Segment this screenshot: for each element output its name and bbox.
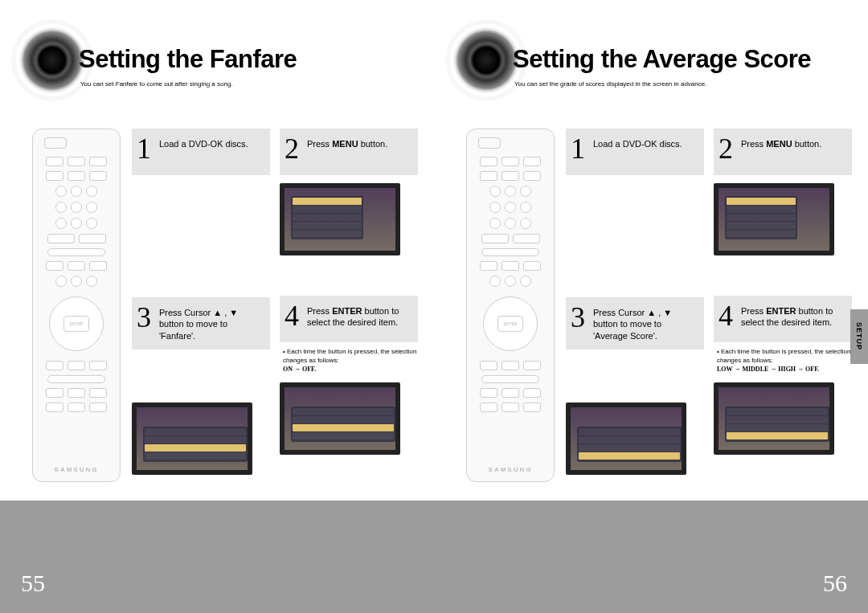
- step-text: Press Cursor ▲ , ▼ button to move to 'Fa…: [159, 304, 262, 341]
- header-right: Setting the Average Score You can set th…: [450, 24, 852, 104]
- note: • Each time the button is pressed, the s…: [280, 347, 418, 374]
- steps-right: 1 Load a DVD-OK discs. 3 Press Cursor ▲ …: [566, 129, 852, 482]
- content-left: SAMSUNG 1 Load a DVD-OK discs. 3 Press C…: [32, 129, 418, 482]
- step-1: 1 Load a DVD-OK discs.: [132, 129, 270, 175]
- step-bold: MENU: [766, 139, 792, 149]
- content-right: SAMSUNG 1 Load a DVD-OK discs. 3 Press C…: [466, 129, 852, 482]
- step-column-1: 1 Load a DVD-OK discs. 3 Press Cursor ▲ …: [566, 129, 704, 482]
- step-number: 2: [719, 135, 738, 162]
- speaker-icon: [16, 24, 88, 96]
- step-number: 4: [719, 302, 738, 329]
- step-number: 4: [285, 302, 304, 329]
- remote-brand: SAMSUNG: [467, 466, 554, 473]
- note-sequence: LOW → MIDDLE → HIGH → OFF.: [717, 366, 819, 373]
- footer-bar: 55 56: [0, 501, 868, 613]
- page-title-left: Setting the Fanfare: [79, 45, 297, 74]
- step-text: Press MENU button.: [741, 135, 821, 149]
- page-number-right: 56: [823, 570, 847, 597]
- page-number-left: 55: [21, 570, 45, 597]
- step-suffix: button.: [792, 139, 822, 149]
- step-bold: ENTER: [332, 306, 362, 316]
- step-prefix: Press: [307, 139, 332, 149]
- step-3: 3 Press Cursor ▲ , ▼ button to move to '…: [132, 297, 270, 349]
- step-text: Press MENU button.: [307, 135, 387, 149]
- page-subtitle-left: You can set Fanfare to come out after si…: [80, 80, 233, 88]
- step-number: 1: [137, 135, 156, 162]
- step-bold: ENTER: [766, 306, 796, 316]
- step-4: 4 Press ENTER button to select the desir…: [714, 296, 852, 342]
- step-prefix: Press: [741, 139, 766, 149]
- side-tab-setup: SETUP: [850, 309, 868, 364]
- step-text: Press Cursor ▲ , ▼ button to move to 'Av…: [593, 304, 696, 341]
- dpad-icon: [49, 296, 104, 351]
- step-2: 2 Press MENU button.: [280, 129, 418, 175]
- step-number: 3: [137, 304, 156, 331]
- remote-control-illustration: SAMSUNG: [466, 129, 555, 482]
- step-bold: MENU: [332, 139, 358, 149]
- remote-brand: SAMSUNG: [33, 466, 120, 473]
- step-text: Press ENTER button to select the desired…: [741, 302, 844, 329]
- header-left: Setting the Fanfare You can set Fanfare …: [16, 24, 418, 104]
- step-prefix: Press: [741, 306, 766, 316]
- step-2: 2 Press MENU button.: [714, 129, 852, 175]
- step-number: 2: [285, 135, 304, 162]
- remote-control-illustration: SAMSUNG: [32, 129, 121, 482]
- steps-left: 1 Load a DVD-OK discs. 3 Press Cursor ▲ …: [132, 129, 418, 482]
- step-prefix: Press: [307, 306, 332, 316]
- step-number: 1: [571, 135, 590, 162]
- step-3: 3 Press Cursor ▲ , ▼ button to move to '…: [566, 297, 704, 349]
- tv-screenshot: [714, 382, 834, 455]
- step-column-1: 1 Load a DVD-OK discs. 3 Press Cursor ▲ …: [132, 129, 270, 482]
- note-sequence: ON → OFF.: [283, 366, 316, 373]
- step-text: Press ENTER button to select the desired…: [307, 302, 410, 329]
- step-column-2: 2 Press MENU button. 4 Press ENTER butto…: [714, 129, 852, 482]
- speaker-icon: [450, 24, 522, 96]
- step-4: 4 Press ENTER button to select the desir…: [280, 296, 418, 342]
- remote-buttons: [41, 157, 112, 412]
- note-text: • Each time the button is pressed, the s…: [283, 348, 416, 364]
- step-number: 3: [571, 304, 590, 331]
- remote-buttons: [475, 157, 546, 412]
- tv-screenshot: [132, 403, 252, 475]
- tv-screenshot: [566, 403, 686, 475]
- note-text: • Each time the button is pressed, the s…: [717, 348, 850, 364]
- note: • Each time the button is pressed, the s…: [714, 347, 852, 374]
- step-1: 1 Load a DVD-OK discs.: [566, 129, 704, 175]
- page-subtitle-right: You can set the grade of scores displaye…: [514, 80, 706, 88]
- tv-screenshot: [280, 183, 400, 255]
- step-column-2: 2 Press MENU button. 4 Press ENTER butto…: [280, 129, 418, 482]
- step-text: Load a DVD-OK discs.: [159, 135, 248, 149]
- step-text: Load a DVD-OK discs.: [593, 135, 682, 149]
- page-title-right: Setting the Average Score: [513, 45, 811, 74]
- step-suffix: button.: [358, 139, 388, 149]
- tv-screenshot: [280, 382, 400, 455]
- dpad-icon: [483, 296, 538, 351]
- tv-screenshot: [714, 183, 834, 255]
